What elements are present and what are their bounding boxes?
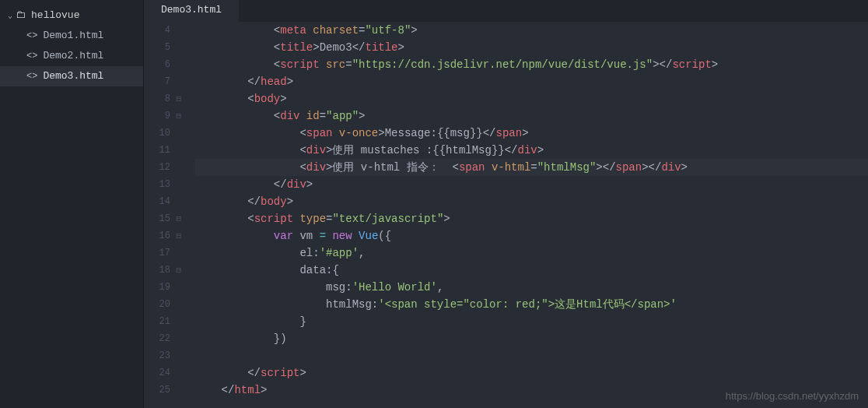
line-number: 18	[144, 262, 170, 279]
code-line[interactable]: <div id="app">	[195, 107, 868, 125]
line-number: 24	[144, 364, 170, 382]
folder-icon: 🗀	[16, 9, 26, 21]
code-line[interactable]: <title>Demo3</title>	[195, 39, 868, 56]
sidebar-item-label: Demo1.html	[43, 29, 103, 43]
code-line[interactable]: var vm = new Vue({	[195, 227, 868, 244]
line-number: 22	[144, 330, 170, 347]
line-number: 19	[144, 279, 170, 296]
line-gutter: 45678910111213141516171819202122232425	[144, 22, 178, 408]
line-number: 7	[144, 73, 170, 90]
code-line[interactable]: </div>	[195, 176, 868, 193]
code-line[interactable]	[195, 347, 868, 364]
file-explorer: ⌄ 🗀 hellovue <> Demo1.html <> Demo2.html…	[0, 0, 144, 408]
code-line[interactable]: data:{	[195, 262, 868, 279]
line-number: 17	[144, 244, 170, 262]
code-file-icon: <>	[26, 29, 37, 43]
line-number: 4	[144, 22, 170, 39]
code-editor[interactable]: 45678910111213141516171819202122232425 <…	[144, 22, 868, 408]
code-line[interactable]: <div>使用 mustaches :{{htmlMsg}}</div>	[195, 142, 868, 159]
tab-label: Demo3.html	[161, 4, 222, 16]
line-number: 25	[144, 382, 170, 399]
line-number: 23	[144, 347, 170, 364]
sidebar-item-label: Demo3.html	[43, 69, 103, 83]
project-name: hellovue	[31, 9, 79, 21]
tab-bar: Demo3.html	[144, 0, 868, 22]
line-number: 12	[144, 159, 170, 176]
sidebar-item-demo2[interactable]: <> Demo2.html	[0, 46, 143, 66]
code-area[interactable]: <meta charset="utf-8"> <title>Demo3</tit…	[178, 22, 868, 408]
sidebar-item-demo1[interactable]: <> Demo1.html	[0, 26, 143, 46]
code-line[interactable]: }	[195, 313, 868, 330]
code-line[interactable]: msg:'Hello World',	[195, 279, 868, 296]
line-number: 6	[144, 56, 170, 73]
line-number: 5	[144, 39, 170, 56]
code-line[interactable]: <span v-once>Message:{{msg}}</span>	[195, 125, 868, 142]
sidebar-item-demo3[interactable]: <> Demo3.html	[0, 66, 143, 86]
line-number: 14	[144, 193, 170, 210]
line-number: 10	[144, 125, 170, 142]
code-line[interactable]: <script src="https://cdn.jsdelivr.net/np…	[195, 56, 868, 73]
line-number: 11	[144, 142, 170, 159]
code-line[interactable]: <script type="text/javascript">	[195, 210, 868, 227]
code-line[interactable]: </body>	[195, 193, 868, 210]
code-line[interactable]: <body>	[195, 90, 868, 107]
code-file-icon: <>	[26, 49, 37, 63]
code-line[interactable]: </script>	[195, 364, 868, 382]
line-number: 13	[144, 176, 170, 193]
watermark: https://blog.csdn.net/yyxhzdm	[726, 390, 859, 402]
chevron-down-icon: ⌄	[8, 11, 12, 20]
code-file-icon: <>	[26, 69, 37, 83]
code-line[interactable]: el:'#app',	[195, 244, 868, 262]
line-number: 20	[144, 296, 170, 313]
code-line[interactable]: htmlMsg:'<span style="color: red;">这是Htm…	[195, 296, 868, 313]
sidebar-item-label: Demo2.html	[43, 49, 103, 63]
line-number: 9	[144, 107, 170, 125]
code-line[interactable]: <div>使用 v-html 指令： <span v-html="htmlMsg…	[195, 159, 868, 176]
line-number: 15	[144, 210, 170, 227]
code-line[interactable]: <meta charset="utf-8">	[195, 22, 868, 39]
code-line[interactable]: })	[195, 330, 868, 347]
editor-main: Demo3.html 45678910111213141516171819202…	[144, 0, 868, 408]
line-number: 16	[144, 227, 170, 244]
code-line[interactable]: </head>	[195, 73, 868, 90]
project-root[interactable]: ⌄ 🗀 hellovue	[0, 5, 143, 26]
line-number: 8	[144, 90, 170, 107]
line-number: 21	[144, 313, 170, 330]
tab-demo3[interactable]: Demo3.html	[144, 0, 239, 22]
